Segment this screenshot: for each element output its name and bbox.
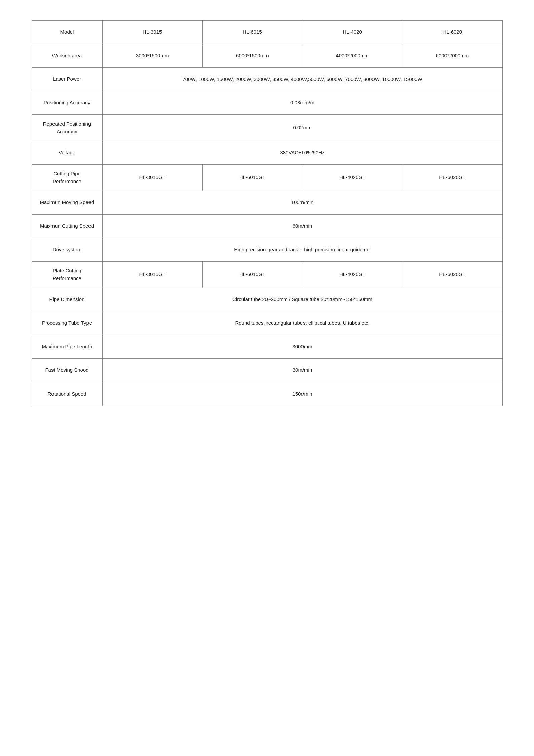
row-value-max-cutting-speed: 60m/min [103,215,502,238]
row-value-working-area-0: 3000*1500mm [103,44,203,67]
row-label-max-moving-speed: Maximun Moving Speed [32,191,103,214]
row-value-plate-cutting-performance-0: HL-3015GT [103,262,203,288]
row-value-model-2: HL-4020 [302,21,402,44]
spec-table: ModelHL-3015HL-6015HL-4020HL-6020Working… [32,20,503,406]
table-row: Laser Power700W, 1000W, 1500W, 2000W, 30… [32,68,502,91]
row-value-plate-cutting-performance-1: HL-6015GT [203,262,302,288]
row-value-max-moving-speed: 100m/min [103,191,502,214]
row-value-pipe-dimension: Circular tube 20~200mm / Square tube 20*… [103,288,502,311]
row-value-model-0: HL-3015 [103,21,203,44]
row-value-max-pipe-length: 3000mm [103,335,502,358]
row-value-working-area-2: 4000*2000mm [302,44,402,67]
row-value-processing-tube-type: Round tubes, rectangular tubes, elliptic… [103,311,502,335]
row-value-working-area-3: 6000*2000mm [402,44,502,67]
row-value-drive-system: High precision gear and rack + high prec… [103,238,502,261]
table-row: Maximun Moving Speed100m/min [32,191,502,215]
table-row: Processing Tube TypeRound tubes, rectang… [32,311,502,335]
row-label-drive-system: Drive system [32,238,103,261]
row-value-model-3: HL-6020 [402,21,502,44]
table-row: Maximum Pipe Length3000mm [32,335,502,359]
row-value-positioning-accuracy: 0.03mm/m [103,91,502,114]
table-row: Drive systemHigh precision gear and rack… [32,238,502,262]
row-label-model: Model [32,21,103,44]
table-row: Rotational Speed150r/min [32,382,502,406]
row-label-voltage: Voltage [32,141,103,164]
table-row: Positioning Accuracy0.03mm/m [32,91,502,115]
row-value-cutting-pipe-performance-1: HL-6015GT [203,165,302,191]
table-row: Repeated Positioning Accuracy0.02mm [32,115,502,141]
row-value-fast-moving-snood: 30m/min [103,359,502,382]
table-row: Working area3000*1500mm6000*1500mm4000*2… [32,44,502,68]
table-row: ModelHL-3015HL-6015HL-4020HL-6020 [32,21,502,44]
row-label-repeated-positioning: Repeated Positioning Accuracy [32,115,103,141]
table-row: Pipe DimensionCircular tube 20~200mm / S… [32,288,502,311]
row-value-rotational-speed: 150r/min [103,382,502,406]
table-row: Cutting Pipe PerformanceHL-3015GTHL-6015… [32,165,502,191]
row-label-max-cutting-speed: Maixmun Cutting Speed [32,215,103,238]
row-label-processing-tube-type: Processing Tube Type [32,311,103,335]
row-value-cutting-pipe-performance-0: HL-3015GT [103,165,203,191]
table-row: Fast Moving Snood30m/min [32,359,502,382]
row-label-cutting-pipe-performance: Cutting Pipe Performance [32,165,103,191]
table-row: Voltage380VAC±10%/50Hz [32,141,502,165]
row-label-positioning-accuracy: Positioning Accuracy [32,91,103,114]
row-value-laser-power: 700W, 1000W, 1500W, 2000W, 3000W, 3500W,… [103,68,502,91]
row-value-model-1: HL-6015 [203,21,302,44]
row-value-cutting-pipe-performance-2: HL-4020GT [302,165,402,191]
table-row: Plate Cutting PerformanceHL-3015GTHL-601… [32,262,502,288]
row-label-plate-cutting-performance: Plate Cutting Performance [32,262,103,288]
row-value-voltage: 380VAC±10%/50Hz [103,141,502,164]
row-label-fast-moving-snood: Fast Moving Snood [32,359,103,382]
row-label-max-pipe-length: Maximum Pipe Length [32,335,103,358]
row-value-repeated-positioning: 0.02mm [103,115,502,141]
row-label-laser-power: Laser Power [32,68,103,91]
row-label-working-area: Working area [32,44,103,67]
table-row: Maixmun Cutting Speed60m/min [32,215,502,238]
row-value-cutting-pipe-performance-3: HL-6020GT [402,165,502,191]
row-value-plate-cutting-performance-2: HL-4020GT [302,262,402,288]
row-value-plate-cutting-performance-3: HL-6020GT [402,262,502,288]
row-label-rotational-speed: Rotational Speed [32,382,103,406]
row-value-working-area-1: 6000*1500mm [203,44,302,67]
row-label-pipe-dimension: Pipe Dimension [32,288,103,311]
